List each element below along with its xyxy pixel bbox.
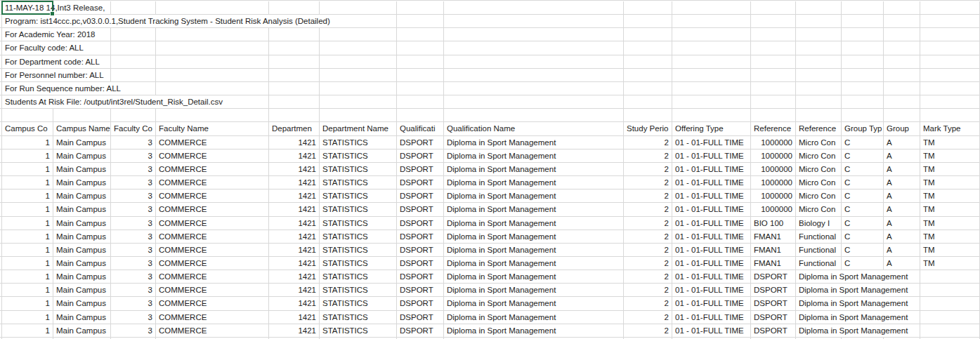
cell-dept_code[interactable]: 1421 bbox=[269, 190, 320, 203]
empty-cell[interactable] bbox=[751, 41, 796, 55]
cell-reference[interactable]: DSPORT bbox=[751, 311, 796, 324]
cell-dept_name[interactable]: STATISTICS bbox=[320, 190, 397, 203]
cell-faculty_name[interactable]: COMMERCE bbox=[156, 203, 269, 216]
empty-cell[interactable] bbox=[672, 1, 751, 15]
cell-qual_code[interactable]: DSPORT bbox=[397, 244, 444, 257]
cell-campus_code[interactable]: 1 bbox=[2, 297, 53, 310]
cell-study_period[interactable]: 2 bbox=[624, 176, 672, 190]
fill-handle[interactable] bbox=[50, 11, 55, 16]
empty-cell[interactable] bbox=[444, 69, 624, 82]
empty-cell[interactable] bbox=[111, 109, 156, 122]
cell-group[interactable]: A bbox=[884, 203, 920, 216]
cell-qual_name[interactable]: Diploma in Sport Management bbox=[444, 297, 624, 310]
cell-study_period[interactable]: 2 bbox=[624, 149, 672, 163]
cell-faculty_code[interactable]: 3 bbox=[111, 230, 156, 244]
cell-dept_code[interactable]: 1421 bbox=[269, 244, 320, 257]
cell-offering_type[interactable]: 01 - 01-FULL TIME bbox=[672, 270, 751, 284]
cell-campus_code[interactable]: 1 bbox=[2, 176, 53, 190]
cell-campus_name[interactable]: Main Campus bbox=[53, 270, 111, 284]
cell-mark_type[interactable]: TM bbox=[920, 190, 980, 203]
cell-group_type[interactable]: C bbox=[842, 190, 884, 203]
cell-reference[interactable]: 1000000 bbox=[751, 149, 796, 163]
info-row-cell[interactable]: Program: ist14ccc.pc,v03.0.0.1,Student T… bbox=[2, 15, 397, 28]
empty-cell[interactable] bbox=[751, 109, 796, 122]
cell-reference[interactable]: FMAN1 bbox=[751, 257, 796, 270]
cell-reference_name[interactable]: Diploma in Sport Management bbox=[796, 284, 920, 297]
column-header-qual_code[interactable]: Qualificati bbox=[397, 122, 444, 135]
info-row-cell[interactable]: For Academic Year: 2018 bbox=[2, 28, 111, 41]
empty-cell[interactable] bbox=[751, 1, 796, 15]
empty-cell[interactable] bbox=[269, 82, 320, 95]
cell-qual_name[interactable]: Diploma in Sport Management bbox=[444, 190, 624, 203]
column-header-faculty_name[interactable]: Faculty Name bbox=[156, 122, 269, 135]
cell-reference[interactable]: DSPORT bbox=[751, 270, 796, 284]
cell-dept_code[interactable]: 1421 bbox=[269, 136, 320, 149]
cell-group_type[interactable]: C bbox=[842, 230, 884, 244]
empty-cell[interactable] bbox=[672, 15, 751, 28]
info-row-cell[interactable]: For Faculty code: ALL bbox=[2, 41, 111, 55]
cell-faculty_name[interactable]: COMMERCE bbox=[156, 297, 269, 310]
empty-cell[interactable] bbox=[444, 55, 624, 69]
cell-qual_code[interactable]: DSPORT bbox=[397, 176, 444, 190]
cell-mark_type[interactable] bbox=[920, 311, 980, 324]
cell-faculty_name[interactable]: COMMERCE bbox=[156, 136, 269, 149]
empty-cell[interactable] bbox=[672, 55, 751, 69]
empty-cell[interactable] bbox=[444, 41, 624, 55]
cell-offering_type[interactable]: 01 - 01-FULL TIME bbox=[672, 163, 751, 176]
cell-mark_type[interactable]: TM bbox=[920, 203, 980, 216]
column-header-reference_name[interactable]: Reference bbox=[796, 122, 842, 135]
column-header-dept_code[interactable]: Departmen bbox=[269, 122, 320, 135]
empty-cell[interactable] bbox=[842, 109, 884, 122]
cell-campus_code[interactable]: 1 bbox=[2, 270, 53, 284]
cell-group[interactable]: A bbox=[884, 244, 920, 257]
info-row-cell[interactable]: For Run Sequence number: ALL bbox=[2, 82, 156, 95]
empty-cell[interactable] bbox=[672, 28, 751, 41]
cell-qual_name[interactable]: Diploma in Sport Management bbox=[444, 136, 624, 149]
empty-cell[interactable] bbox=[444, 28, 624, 41]
cell-group[interactable]: A bbox=[884, 190, 920, 203]
cell-faculty_code[interactable]: 3 bbox=[111, 203, 156, 216]
cell-faculty_code[interactable]: 3 bbox=[111, 163, 156, 176]
empty-cell[interactable] bbox=[397, 1, 444, 15]
cell-reference_name[interactable]: Micro Con bbox=[796, 203, 842, 216]
empty-cell[interactable] bbox=[624, 82, 672, 95]
cell-faculty_name[interactable]: COMMERCE bbox=[156, 163, 269, 176]
cell-reference[interactable]: 1000000 bbox=[751, 203, 796, 216]
empty-cell[interactable] bbox=[842, 28, 884, 41]
cell-dept_code[interactable]: 1421 bbox=[269, 311, 320, 324]
cell-reference_name[interactable]: Micro Con bbox=[796, 190, 842, 203]
cell-dept_name[interactable]: STATISTICS bbox=[320, 244, 397, 257]
cell-study_period[interactable]: 2 bbox=[624, 284, 672, 297]
cell-dept_name[interactable]: STATISTICS bbox=[320, 149, 397, 163]
cell-campus_code[interactable]: 1 bbox=[2, 230, 53, 244]
cell-qual_name[interactable]: Diploma in Sport Management bbox=[444, 230, 624, 244]
cell-campus_name[interactable]: Main Campus bbox=[53, 257, 111, 270]
cell-campus_name[interactable]: Main Campus bbox=[53, 136, 111, 149]
empty-cell[interactable] bbox=[624, 55, 672, 69]
cell-reference[interactable]: BIO 100 bbox=[751, 217, 796, 230]
cell-dept_code[interactable]: 1421 bbox=[269, 217, 320, 230]
cell-offering_type[interactable]: 01 - 01-FULL TIME bbox=[672, 311, 751, 324]
empty-cell[interactable] bbox=[884, 109, 920, 122]
cell-study_period[interactable]: 2 bbox=[624, 203, 672, 216]
cell-study_period[interactable]: 2 bbox=[624, 136, 672, 149]
cell-dept_name[interactable]: STATISTICS bbox=[320, 176, 397, 190]
cell-reference_name[interactable]: Diploma in Sport Management bbox=[796, 270, 920, 284]
empty-cell[interactable] bbox=[444, 109, 624, 122]
cell-dept_code[interactable]: 1421 bbox=[269, 176, 320, 190]
cell-group[interactable]: A bbox=[884, 163, 920, 176]
cell-faculty_code[interactable]: 3 bbox=[111, 284, 156, 297]
cell-reference[interactable]: DSPORT bbox=[751, 297, 796, 310]
cell-qual_name[interactable]: Diploma in Sport Management bbox=[444, 203, 624, 216]
cell-dept_name[interactable]: STATISTICS bbox=[320, 203, 397, 216]
cell-study_period[interactable]: 2 bbox=[624, 217, 672, 230]
column-header-mark_type[interactable]: Mark Type bbox=[920, 122, 980, 135]
empty-cell[interactable] bbox=[796, 28, 842, 41]
empty-cell[interactable] bbox=[111, 69, 156, 82]
cell-dept_code[interactable]: 1421 bbox=[269, 324, 320, 338]
cell-reference[interactable]: DSPORT bbox=[751, 324, 796, 338]
empty-cell[interactable] bbox=[751, 69, 796, 82]
empty-cell[interactable] bbox=[53, 109, 111, 122]
column-header-group[interactable]: Group bbox=[884, 122, 920, 135]
empty-cell[interactable] bbox=[842, 55, 884, 69]
